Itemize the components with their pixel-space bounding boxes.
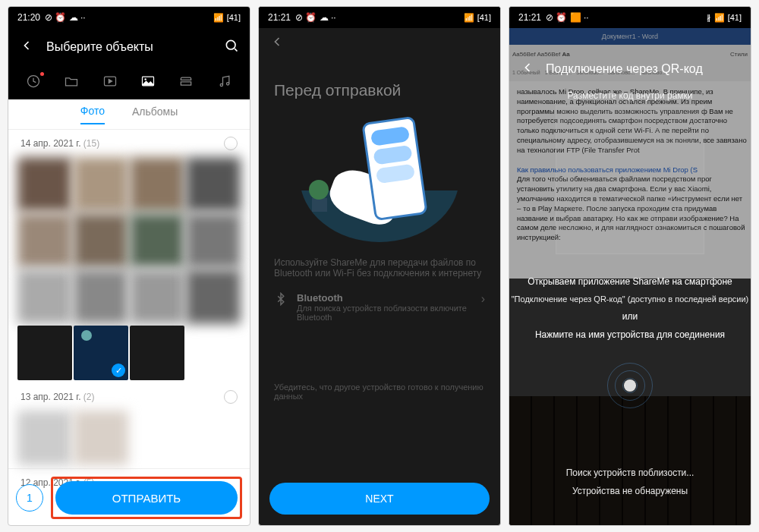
bluetooth-label: Bluetooth bbox=[297, 292, 472, 304]
photo-thumbnail[interactable] bbox=[186, 213, 241, 268]
header: Выберите объекты bbox=[8, 28, 250, 66]
photo-thumbnail[interactable] bbox=[74, 157, 128, 212]
toolbar-image-icon[interactable] bbox=[140, 74, 156, 93]
section-date: 13 апр. 2021 г. (2) bbox=[20, 392, 95, 402]
svg-point-7 bbox=[145, 78, 147, 80]
toolbar-video-icon[interactable] bbox=[102, 74, 118, 93]
photo-thumbnail[interactable] bbox=[130, 157, 184, 212]
onboarding-hint: Убедитесь, что другое устройство готово … bbox=[274, 382, 485, 401]
chevron-right-icon: › bbox=[481, 292, 485, 306]
battery-icon: [41] bbox=[728, 13, 742, 22]
discovery-text: Нажмите на имя устройства для соединения bbox=[509, 329, 751, 340]
status-bar: 21:21 ⊘ ⏰ ☁ ·· 📶 [41] bbox=[259, 7, 500, 28]
bluetooth-sub: Для поиска устройств поблизости включите… bbox=[297, 304, 472, 322]
selected-count-badge[interactable]: 1 bbox=[16, 484, 43, 512]
not-found-text: Устройства не обнаружены bbox=[509, 486, 751, 496]
discovery-text: Открываем приложение ShareMe на смартфон… bbox=[509, 276, 751, 287]
date-section-1: 14 апр. 2021 г. (15) bbox=[8, 130, 250, 157]
or-separator: или bbox=[509, 311, 751, 322]
device-discovery: Открываем приложение ShareMe на смартфон… bbox=[509, 269, 751, 416]
status-bar: 21:20 ⊘ ⏰ ☁ ·· 📶 [41] bbox=[8, 7, 250, 28]
screen-1: 21:20 ⊘ ⏰ ☁ ·· 📶 [41] Выберите объекты Ф… bbox=[8, 6, 250, 526]
back-icon[interactable] bbox=[269, 34, 285, 52]
toolbar-archive-icon[interactable] bbox=[178, 74, 194, 93]
back-icon[interactable] bbox=[520, 60, 535, 78]
photo-thumbnail[interactable] bbox=[17, 411, 72, 465]
battery-icon: [41] bbox=[227, 13, 241, 22]
radar-icon bbox=[607, 363, 653, 408]
status-time: 21:21 bbox=[518, 12, 541, 23]
photo-thumbnail[interactable] bbox=[17, 213, 72, 268]
photo-grid-1: ✓ bbox=[8, 157, 250, 383]
photo-thumbnail[interactable] bbox=[74, 411, 128, 465]
battery-icon: [41] bbox=[477, 13, 491, 22]
toolbar-music-icon[interactable] bbox=[217, 74, 232, 93]
toolbar-recent-icon[interactable] bbox=[26, 74, 41, 93]
onboarding-body: Перед отправкой Используйте ShareMe для … bbox=[259, 58, 500, 416]
searching-text: Поиск устройств поблизости... bbox=[509, 467, 751, 478]
search-icon[interactable] bbox=[224, 38, 239, 56]
status-indicators: ⊘ ⏰ 🟧 ·· bbox=[546, 12, 589, 23]
onboarding-title: Перед отправкой bbox=[274, 81, 485, 99]
svg-marker-6 bbox=[143, 80, 154, 86]
photo-thumbnail[interactable] bbox=[17, 269, 72, 324]
bluetooth-icon bbox=[274, 292, 288, 309]
qr-hint: Разместите код внутри рамки bbox=[509, 90, 751, 101]
sub-tabs: Фото Альбомы bbox=[8, 99, 250, 130]
highlight-annotation: ОТПРАВИТЬ bbox=[51, 477, 242, 519]
photo-thumbnail[interactable] bbox=[130, 269, 184, 324]
svg-point-0 bbox=[226, 40, 235, 49]
select-all-checkbox[interactable] bbox=[224, 137, 238, 150]
photo-thumbnail[interactable] bbox=[130, 213, 184, 268]
section-date: 14 апр. 2021 г. (15) bbox=[20, 138, 99, 149]
header: Подключение через QR-код bbox=[509, 52, 751, 86]
qr-scan-frame bbox=[556, 105, 704, 254]
photo-thumbnail-selected[interactable]: ✓ bbox=[74, 326, 128, 380]
illustration bbox=[300, 113, 459, 242]
discovery-text: "Подключение через QR-код" (доступно в п… bbox=[509, 294, 751, 304]
discovery-status: Поиск устройств поблизости... Устройства… bbox=[509, 460, 751, 504]
photo-thumbnail[interactable] bbox=[130, 326, 184, 380]
photo-grid-2 bbox=[8, 411, 250, 468]
header bbox=[259, 28, 500, 58]
status-time: 21:20 bbox=[17, 12, 40, 23]
signal-icon: 📶 bbox=[213, 13, 224, 23]
next-button[interactable]: NEXT bbox=[269, 483, 490, 515]
status-time: 21:21 bbox=[268, 12, 291, 23]
signal-icon: 📶 bbox=[464, 13, 474, 23]
bluetooth-icon: ∦ bbox=[707, 13, 711, 23]
svg-point-8 bbox=[220, 83, 222, 86]
svg-marker-4 bbox=[109, 79, 112, 83]
tab-albums[interactable]: Альбомы bbox=[132, 105, 178, 124]
svg-point-9 bbox=[226, 82, 228, 84]
category-toolbar bbox=[8, 66, 250, 99]
svg-line-1 bbox=[235, 49, 237, 51]
tab-photo[interactable]: Фото bbox=[80, 105, 105, 124]
status-bar: 21:21 ⊘ ⏰ 🟧 ·· ∦ 📶 [41] bbox=[509, 7, 751, 28]
bluetooth-option[interactable]: Bluetooth Для поиска устройств поблизост… bbox=[274, 292, 485, 322]
screen-3: 21:21 ⊘ ⏰ 🟧 ·· ∦ 📶 [41] Документ1 - Word… bbox=[509, 6, 751, 526]
status-indicators: ⊘ ⏰ ☁ ·· bbox=[295, 12, 336, 23]
photo-thumbnail[interactable] bbox=[74, 269, 128, 324]
send-button[interactable]: ОТПРАВИТЬ bbox=[55, 481, 238, 515]
header-title: Выберите объекты bbox=[46, 40, 212, 54]
selected-check-icon: ✓ bbox=[112, 364, 125, 377]
photo-thumbnail[interactable] bbox=[17, 326, 72, 380]
date-section-2: 13 апр. 2021 г. (2) bbox=[8, 383, 250, 411]
screen-2: 21:21 ⊘ ⏰ ☁ ·· 📶 [41] Перед отправкой Ис… bbox=[258, 6, 501, 526]
status-indicators: ⊘ ⏰ ☁ ·· bbox=[45, 12, 86, 23]
photo-thumbnail[interactable] bbox=[74, 213, 128, 268]
header-title: Подключение через QR-код bbox=[546, 62, 703, 76]
photo-thumbnail[interactable] bbox=[186, 157, 241, 212]
select-all-checkbox[interactable] bbox=[224, 390, 238, 404]
toolbar-folder-icon[interactable] bbox=[64, 74, 79, 93]
photo-thumbnail[interactable] bbox=[186, 269, 241, 324]
bottom-action-bar: 1 ОТПРАВИТЬ bbox=[16, 477, 242, 519]
back-icon[interactable] bbox=[19, 38, 34, 56]
photo-thumbnail[interactable] bbox=[17, 157, 72, 212]
onboarding-description: Используйте ShareMe для передачи файлов … bbox=[274, 257, 485, 279]
signal-icon: 📶 bbox=[714, 13, 725, 23]
